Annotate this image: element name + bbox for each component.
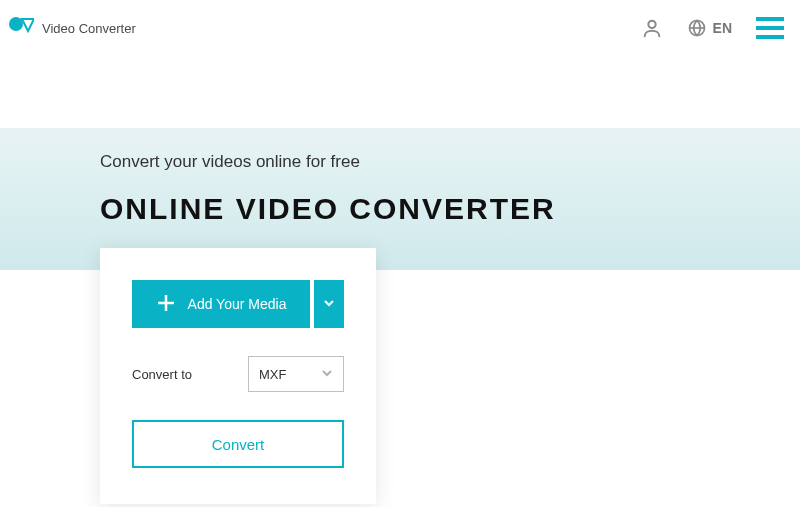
- add-media-row: Add Your Media: [132, 280, 344, 328]
- converter-panel: Add Your Media Convert to MXF Convert: [100, 248, 376, 504]
- header: Video Converter EN: [0, 0, 800, 56]
- hero-subtitle: Convert your videos online for free: [100, 152, 800, 172]
- convert-button[interactable]: Convert: [132, 420, 344, 468]
- plus-icon: [156, 293, 176, 316]
- add-media-button[interactable]: Add Your Media: [132, 280, 310, 328]
- chevron-down-icon: [321, 365, 333, 383]
- user-icon[interactable]: [641, 17, 663, 39]
- add-media-dropdown[interactable]: [314, 280, 344, 328]
- language-selector[interactable]: EN: [687, 18, 732, 38]
- menu-button[interactable]: [756, 17, 784, 39]
- brand[interactable]: Video Converter: [8, 13, 136, 43]
- convert-to-row: Convert to MXF: [132, 356, 344, 392]
- svg-point-0: [9, 17, 23, 31]
- format-select[interactable]: MXF: [248, 356, 344, 392]
- format-value: MXF: [259, 367, 286, 382]
- globe-icon: [687, 18, 707, 38]
- convert-button-label: Convert: [212, 436, 265, 453]
- language-label: EN: [713, 20, 732, 36]
- header-right: EN: [641, 17, 784, 39]
- svg-point-1: [648, 21, 655, 28]
- hero-title: ONLINE VIDEO CONVERTER: [100, 192, 800, 226]
- add-media-label: Add Your Media: [188, 296, 287, 312]
- brand-name: Video Converter: [42, 21, 136, 36]
- chevron-down-icon: [323, 295, 335, 313]
- logo-icon: [8, 13, 34, 43]
- convert-to-label: Convert to: [132, 367, 192, 382]
